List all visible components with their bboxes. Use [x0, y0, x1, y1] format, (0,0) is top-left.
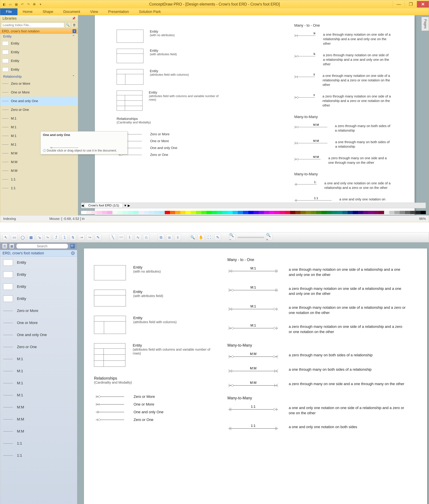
svg-line-29: [294, 76, 296, 77]
grid-view-icon[interactable]: ▦: [9, 244, 14, 249]
stencil-item[interactable]: Entity: [0, 39, 78, 48]
stencil-item[interactable]: M:1: [0, 377, 77, 389]
qat-icon[interactable]: 🖶: [32, 2, 37, 7]
drawing-canvas[interactable]: Pages Entity(with no attributes) Entity(…: [78, 15, 429, 215]
color-palette[interactable]: [81, 210, 426, 215]
pin-icon[interactable]: 📌: [72, 17, 76, 20]
stencil-item[interactable]: Entity: [0, 293, 77, 305]
stencil-item[interactable]: 1:1: [0, 184, 78, 192]
list-view-icon[interactable]: ☰: [2, 244, 7, 249]
search-icon[interactable]: 🔍: [65, 23, 71, 28]
table-tool-icon[interactable]: ▦: [28, 234, 34, 241]
stencil-item[interactable]: Zero or More: [0, 79, 78, 88]
stencil-item[interactable]: M:M: [0, 157, 78, 166]
connector-icon[interactable]: ↘: [36, 234, 43, 241]
stencil-item[interactable]: Zero or One: [0, 105, 78, 114]
stencil-item[interactable]: One or More: [0, 88, 78, 97]
stencil-item[interactable]: Entity: [0, 65, 78, 74]
libraries-pane: Libraries📌 🔍 ☰ ERD, crow's foot notation…: [0, 15, 78, 215]
edit-icon[interactable]: ✎: [95, 234, 101, 241]
search-input[interactable]: [16, 244, 68, 249]
ribbon-tab[interactable]: Document: [58, 9, 85, 14]
svg-text:M:1: M:1: [250, 286, 256, 289]
close-library-icon[interactable]: ✕: [72, 29, 76, 33]
search-icon[interactable]: 🔍: [70, 244, 75, 249]
ellipse-tool-icon[interactable]: ◯: [19, 234, 26, 241]
path-icon[interactable]: ⎌: [143, 234, 150, 241]
qat-icon[interactable]: ↶: [20, 2, 25, 7]
svg-line-141: [228, 385, 231, 387]
stencil-item[interactable]: Entity: [0, 269, 77, 281]
stencil-item[interactable]: M:M: [0, 425, 77, 437]
stencil-item[interactable]: One and only One: [0, 329, 77, 341]
qat-icon[interactable]: ▾: [38, 2, 43, 7]
stencil-item[interactable]: M:M: [0, 401, 77, 413]
qat-icon[interactable]: ▭: [8, 2, 13, 7]
stencil-item[interactable]: 1:1: [0, 437, 77, 449]
qat-icon[interactable]: ↷: [26, 2, 31, 7]
connector-icon[interactable]: ⤷: [45, 234, 51, 241]
stencil-item[interactable]: M:M: [0, 166, 78, 175]
zoom-out-icon[interactable]: 🔍−: [229, 234, 236, 241]
stencil-item[interactable]: Zero or One: [0, 341, 77, 353]
stencil-item-selected[interactable]: One and only One: [0, 97, 78, 105]
connector-icon[interactable]: ⤴: [53, 234, 60, 241]
stencil-item[interactable]: M:1: [0, 114, 78, 123]
polyline-icon[interactable]: ⌇: [126, 234, 133, 241]
ribbon-tab[interactable]: Home: [18, 9, 37, 14]
rect-tool-icon[interactable]: ▭: [11, 234, 18, 241]
stencil-item[interactable]: 1:1: [0, 449, 77, 461]
minimize-button[interactable]: —: [393, 1, 405, 8]
svg-point-94: [98, 419, 100, 421]
hand-tool-icon[interactable]: ✋: [197, 234, 204, 241]
file-tab[interactable]: File: [0, 8, 18, 15]
stencil-item[interactable]: Entity: [0, 281, 77, 293]
stencil-item[interactable]: Entity: [0, 257, 77, 269]
line-tool-icon[interactable]: ╲: [109, 234, 116, 241]
ribbon-tab[interactable]: Shape: [37, 9, 58, 14]
ribbon-tab[interactable]: Solution Park: [134, 9, 166, 14]
bezier-icon[interactable]: ∿: [134, 234, 141, 241]
svg-line-15: [294, 34, 296, 36]
svg-line-43: [294, 126, 296, 127]
pages-tab[interactable]: Pages: [421, 17, 429, 31]
connector-icon[interactable]: ↯: [70, 234, 76, 241]
group-icon[interactable]: ⧉: [158, 234, 164, 241]
page-tab[interactable]: Crow's foot ERD (1/1): [85, 203, 123, 208]
ribbon-tab[interactable]: Presentation: [103, 9, 134, 14]
qat-icon[interactable]: ◧: [2, 2, 7, 7]
stencil-item[interactable]: 1:1: [0, 175, 78, 184]
category-entity[interactable]: Entity⌃: [0, 34, 78, 39]
eyedropper-icon[interactable]: ✎: [214, 234, 221, 241]
connector-icon[interactable]: ⤳: [86, 234, 93, 241]
stencil-item[interactable]: M:1: [0, 353, 77, 365]
close-button[interactable]: ✕: [417, 1, 429, 8]
maximize-button[interactable]: ❐: [405, 1, 417, 8]
zoom-in-icon[interactable]: 🔍: [189, 234, 196, 241]
pan-icon[interactable]: ⛶: [206, 234, 213, 241]
library-search-input[interactable]: [1, 23, 64, 28]
pointer-tool-icon[interactable]: ↖: [2, 234, 9, 241]
stencil-item[interactable]: M:1: [0, 389, 77, 401]
svg-line-52: [294, 143, 296, 145]
ungroup-icon[interactable]: ⧈: [166, 234, 173, 241]
qat-icon[interactable]: ▦: [14, 2, 18, 7]
library-options-icon[interactable]: ☰: [72, 23, 77, 28]
close-library-icon[interactable]: ✕: [71, 251, 75, 255]
zoom-slider[interactable]: [237, 237, 264, 238]
drawing-canvas[interactable]: Entity(with no attributes) Entity(with a…: [77, 243, 429, 504]
stencil-item[interactable]: One or More: [0, 317, 77, 329]
zoom-in-icon[interactable]: 🔍+: [266, 234, 273, 241]
curve-tool-icon[interactable]: 〰: [118, 234, 125, 241]
stencil-item[interactable]: M:1: [0, 123, 78, 131]
stencil-item[interactable]: Zero or More: [0, 305, 77, 317]
stencil-item[interactable]: M:M: [0, 413, 77, 425]
stencil-item[interactable]: Entity: [0, 56, 78, 65]
category-relationship[interactable]: Relationship⌃: [0, 74, 78, 79]
connector-icon[interactable]: ⤵: [61, 234, 68, 241]
connector-icon[interactable]: ⇢: [78, 234, 85, 241]
stencil-item[interactable]: M:1: [0, 365, 77, 377]
align-icon[interactable]: ⫴: [174, 234, 181, 241]
ribbon-tab[interactable]: View: [85, 9, 103, 14]
stencil-item[interactable]: Entity: [0, 48, 78, 56]
